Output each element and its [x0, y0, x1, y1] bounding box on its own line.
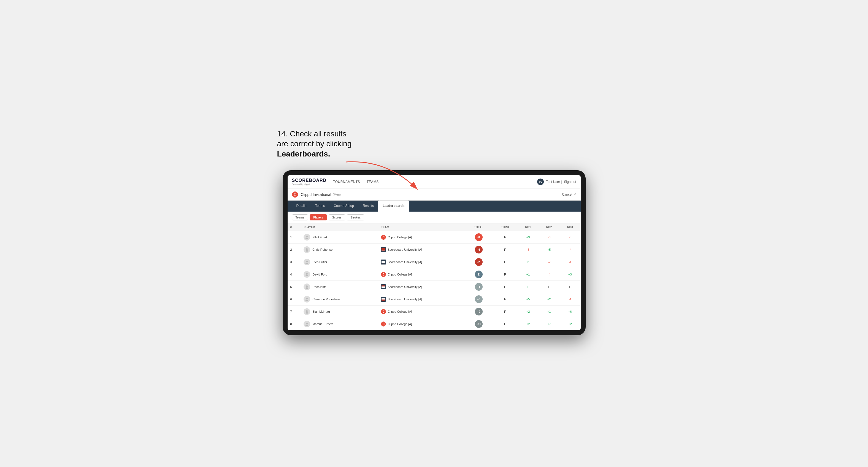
- cell-total: -2: [465, 256, 492, 268]
- cell-player: Marcus Turners: [301, 318, 378, 330]
- cell-rank: 2: [287, 244, 301, 256]
- cell-team: C Clippd College [A]: [378, 231, 465, 244]
- cancel-button[interactable]: Cancel ✕: [562, 193, 576, 196]
- cell-thru: F: [493, 318, 518, 330]
- tournament-badge: (Men): [333, 193, 341, 196]
- table-row: 5 Rees Britt Scoreboard University [A] +…: [287, 281, 581, 293]
- cell-rank: 7: [287, 306, 301, 318]
- cell-rd3: -1: [559, 256, 581, 268]
- cell-rank: 4: [287, 268, 301, 281]
- col-player: PLAYER: [301, 223, 378, 231]
- tab-leaderboards[interactable]: Leaderboards: [378, 200, 409, 212]
- player-name: Marcus Turners: [312, 322, 333, 326]
- score-badge: -4: [475, 246, 483, 253]
- team-logo: C: [381, 235, 386, 240]
- score-badge: -8: [475, 234, 483, 241]
- tab-teams[interactable]: Teams: [311, 200, 329, 212]
- sub-header: C Clippd Invitational (Men) Cancel ✕: [287, 188, 581, 200]
- filter-scores[interactable]: Scores: [329, 214, 345, 220]
- player-avatar: [304, 321, 310, 327]
- cell-thru: F: [493, 268, 518, 281]
- team-name: Clippd College [A]: [388, 310, 412, 313]
- team-logo: [381, 297, 386, 302]
- cell-team: Scoreboard University [A]: [378, 293, 465, 306]
- tournament-icon: C: [292, 191, 298, 197]
- cell-total: +1: [465, 281, 492, 293]
- cell-team: Scoreboard University [A]: [378, 281, 465, 293]
- filter-row: Teams Players Scores Strokes: [287, 212, 581, 223]
- user-avatar: TU: [537, 179, 544, 185]
- cell-rank: 8: [287, 318, 301, 330]
- cell-player: Rich Butler: [301, 256, 378, 268]
- svg-point-1: [306, 236, 308, 238]
- logo-area: SCOREBOARD Powered by clippd: [292, 178, 327, 185]
- player-avatar: [304, 246, 310, 253]
- svg-point-3: [306, 248, 308, 250]
- cell-rank: 5: [287, 281, 301, 293]
- table-body: 1 Elliot Ebert C Clippd College [A] -8F+…: [287, 231, 581, 330]
- col-rd2: RD2: [538, 223, 559, 231]
- table-row: 1 Elliot Ebert C Clippd College [A] -8F+…: [287, 231, 581, 244]
- cell-rank: 1: [287, 231, 301, 244]
- team-logo: C: [381, 309, 386, 314]
- cell-team: Scoreboard University [A]: [378, 244, 465, 256]
- cell-rd2: +5: [538, 244, 559, 256]
- svg-point-11: [306, 298, 308, 300]
- team-name: Clippd College [A]: [388, 236, 412, 239]
- cell-rd2: -4: [538, 268, 559, 281]
- player-name: Rees Britt: [312, 285, 326, 288]
- cell-player: Cameron Robertson: [301, 293, 378, 306]
- team-logo: C: [381, 272, 386, 277]
- sign-out-link[interactable]: Sign out: [564, 180, 576, 184]
- player-avatar: [304, 271, 310, 278]
- cell-rd1: -5: [518, 244, 538, 256]
- player-avatar: [304, 234, 310, 241]
- score-badge: +6: [475, 295, 483, 303]
- tab-details[interactable]: Details: [292, 200, 311, 212]
- table-row: 8 Marcus Turners C Clippd College [A] +1…: [287, 318, 581, 330]
- cell-player: Elliot Ebert: [301, 231, 378, 244]
- tab-bar: Details Teams Course Setup Results Leade…: [287, 200, 581, 212]
- filter-strokes[interactable]: Strokes: [347, 214, 364, 220]
- team-logo: [381, 284, 386, 289]
- table-row: 2 Chris Robertson Scoreboard University …: [287, 244, 581, 256]
- cell-thru: F: [493, 281, 518, 293]
- team-logo: C: [381, 321, 386, 326]
- col-rd1: RD1: [518, 223, 538, 231]
- cell-player: Blair McHarg: [301, 306, 378, 318]
- table-row: 4 David Ford C Clippd College [A] EF+1-4…: [287, 268, 581, 281]
- svg-point-7: [306, 273, 308, 275]
- svg-point-12: [306, 300, 308, 301]
- tab-results[interactable]: Results: [359, 200, 378, 212]
- tab-course-setup[interactable]: Course Setup: [330, 200, 359, 212]
- nav-teams[interactable]: TEAMS: [367, 179, 379, 185]
- nav-tournaments[interactable]: TOURNAMENTS: [333, 179, 360, 185]
- cell-total: E: [465, 268, 492, 281]
- cell-rd2: +1: [538, 306, 559, 318]
- cell-thru: F: [493, 256, 518, 268]
- cell-rd1: +1: [518, 268, 538, 281]
- svg-point-10: [306, 287, 308, 289]
- score-badge: -2: [475, 258, 483, 266]
- nav-links: TOURNAMENTS TEAMS: [333, 179, 537, 185]
- col-total: TOTAL: [465, 223, 492, 231]
- player-name: Blair McHarg: [312, 310, 330, 313]
- cell-rd2: E: [538, 281, 559, 293]
- cell-team: C Clippd College [A]: [378, 306, 465, 318]
- cell-total: +11: [465, 318, 492, 330]
- team-name: Scoreboard University [A]: [388, 248, 422, 251]
- player-avatar: [304, 259, 310, 265]
- col-team: TEAM: [378, 223, 465, 231]
- cell-rd3: +6: [559, 306, 581, 318]
- team-name: Clippd College [A]: [388, 322, 412, 326]
- cell-rd1: +2: [518, 306, 538, 318]
- cell-rd3: -1: [559, 293, 581, 306]
- filter-players[interactable]: Players: [310, 214, 327, 220]
- cell-player: Chris Robertson: [301, 244, 378, 256]
- cell-rd2: +2: [538, 293, 559, 306]
- filter-teams[interactable]: Teams: [292, 214, 308, 220]
- player-name: Elliot Ebert: [312, 236, 327, 239]
- table-row: 3 Rich Butler Scoreboard University [A] …: [287, 256, 581, 268]
- team-name: Scoreboard University [A]: [388, 298, 422, 301]
- cell-total: +6: [465, 293, 492, 306]
